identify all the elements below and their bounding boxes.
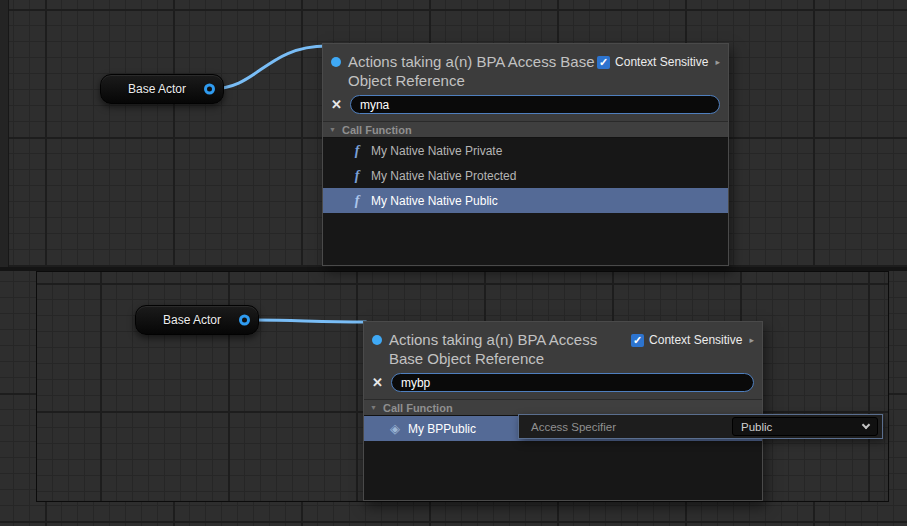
collapse-icon: ▼ bbox=[370, 404, 377, 411]
node-title: Base Actor bbox=[128, 82, 196, 96]
function-icon: f bbox=[352, 193, 362, 209]
item-label: My Native Native Protected bbox=[371, 169, 516, 183]
checkbox-checked-icon[interactable]: ✓ bbox=[631, 334, 644, 347]
item-label: My BPPublic bbox=[408, 422, 476, 436]
menu-header: Actions taking a(n) BPA Access Base Obje… bbox=[323, 44, 728, 92]
blueprint-function-icon: ◈ bbox=[388, 421, 402, 436]
list-item[interactable]: f My Native Native Private bbox=[323, 138, 728, 163]
access-specifier-dropdown[interactable]: Public bbox=[732, 417, 878, 436]
action-detail-tooltip: Access Specifier Public bbox=[518, 414, 883, 439]
object-output-pin[interactable] bbox=[239, 315, 250, 326]
base-actor-node-top[interactable]: Base Actor bbox=[100, 74, 224, 104]
category-header[interactable]: ▼ Call Function bbox=[323, 121, 728, 138]
menu-title: Actions taking a(n) BPA Access Base Obje… bbox=[348, 52, 596, 90]
list-item[interactable]: f My Native Native Protected bbox=[323, 163, 728, 188]
context-sensitive-toggle[interactable]: ✓ Context Sensitive ▸ bbox=[597, 55, 720, 69]
expand-arrow-icon[interactable]: ▸ bbox=[749, 335, 754, 345]
object-output-pin[interactable] bbox=[204, 84, 215, 95]
check-icon: ✓ bbox=[633, 334, 642, 346]
menu-title: Actions taking a(n) BPA Access Base Obje… bbox=[389, 330, 631, 368]
check-icon: ✓ bbox=[599, 56, 608, 68]
screenshot-left-edge bbox=[0, 0, 9, 268]
category-label: Call Function bbox=[383, 402, 453, 414]
node-title: Base Actor bbox=[163, 313, 231, 327]
context-sensitive-label: Context Sensitive bbox=[649, 333, 742, 347]
function-icon: f bbox=[352, 168, 362, 184]
blueprint-editor: Base Actor Base Actor Actions taking a(n… bbox=[0, 0, 907, 526]
function-icon: f bbox=[352, 143, 362, 159]
object-pin-icon bbox=[372, 335, 382, 345]
search-input[interactable] bbox=[350, 95, 720, 114]
dropdown-value: Public bbox=[741, 421, 772, 433]
item-label: My Native Native Public bbox=[371, 194, 498, 208]
list-item-selected[interactable]: f My Native Native Public bbox=[323, 188, 728, 213]
clear-search-icon[interactable]: ✕ bbox=[372, 376, 383, 389]
access-specifier-label: Access Specifier bbox=[519, 421, 732, 433]
clear-search-icon[interactable]: ✕ bbox=[331, 98, 342, 111]
context-sensitive-toggle[interactable]: ✓ Context Sensitive ▸ bbox=[631, 333, 754, 347]
action-list: f My Native Native Private f My Native N… bbox=[323, 138, 728, 265]
search-input[interactable] bbox=[391, 373, 754, 392]
base-actor-node-bottom[interactable]: Base Actor bbox=[135, 305, 259, 335]
chevron-down-icon bbox=[862, 421, 870, 429]
context-sensitive-label: Context Sensitive bbox=[615, 55, 708, 69]
context-menu-top: Actions taking a(n) BPA Access Base Obje… bbox=[322, 43, 729, 266]
context-menu-bottom: Actions taking a(n) BPA Access Base Obje… bbox=[363, 321, 763, 501]
expand-arrow-icon[interactable]: ▸ bbox=[715, 57, 720, 67]
object-pin-icon bbox=[331, 57, 341, 67]
menu-header: Actions taking a(n) BPA Access Base Obje… bbox=[364, 322, 762, 370]
search-row: ✕ bbox=[364, 370, 762, 399]
collapse-icon: ▼ bbox=[329, 126, 336, 133]
checkbox-checked-icon[interactable]: ✓ bbox=[597, 56, 610, 69]
search-row: ✕ bbox=[323, 92, 728, 121]
item-label: My Native Native Private bbox=[371, 144, 502, 158]
category-label: Call Function bbox=[342, 124, 412, 136]
